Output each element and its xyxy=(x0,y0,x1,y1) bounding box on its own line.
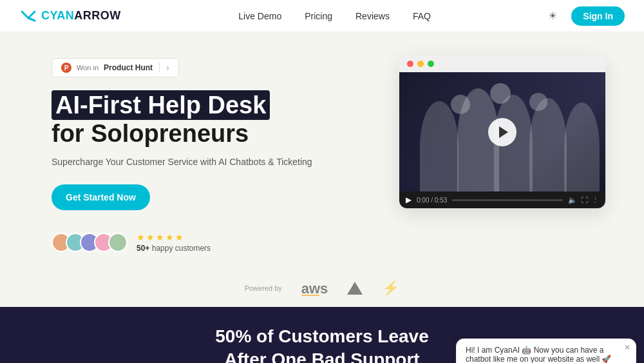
video-progress-bar[interactable] xyxy=(452,199,563,201)
hero-left: P Won in Product Hunt › AI-First Help De… xyxy=(52,52,374,253)
navbar-right: ☀ Sign In xyxy=(548,6,625,26)
get-started-button[interactable]: Get Started Now xyxy=(52,184,150,210)
customers-count: 50+ xyxy=(137,244,149,253)
aws-logo: aws xyxy=(301,280,328,296)
nav-pricing[interactable]: Pricing xyxy=(305,11,332,21)
supabase-logo: ⚡ xyxy=(382,280,399,297)
logo-icon xyxy=(19,9,37,23)
chatbot-widget: Hi! I am CyanAI 🤖 Now you can have a cha… xyxy=(456,338,636,363)
video-thumbnail[interactable] xyxy=(399,72,605,191)
navbar: CYANARROW Live Demo Pricing Reviews FAQ … xyxy=(0,0,644,32)
hero-title-line2: for Solopreneurs xyxy=(52,120,249,147)
window-dot-green xyxy=(428,61,434,67)
star-row: ★ ★ ★ ★ ★ xyxy=(137,232,211,242)
triangle-icon xyxy=(347,282,363,295)
rating-stars: ★ ★ ★ ★ ★ 50+ happy customers xyxy=(137,232,211,253)
customers-text: 50+ happy customers xyxy=(137,244,211,253)
powered-by-section: Powered by aws ⚡ xyxy=(0,271,644,307)
hero-right: ▶ 0:00 / 0:53 🔈 ⛶ ⋮ xyxy=(399,52,605,208)
video-titlebar xyxy=(399,55,605,72)
more-icon[interactable]: ⋮ xyxy=(592,196,599,204)
customers-label: happy customers xyxy=(152,244,211,253)
chat-bubble-text: Hi! I am CyanAI 🤖 Now you can have a cha… xyxy=(466,346,627,363)
person-silhouette xyxy=(564,103,600,191)
video-time: 0:00 / 0:53 xyxy=(417,197,447,204)
powered-by-label: Powered by xyxy=(245,284,282,292)
video-container: ▶ 0:00 / 0:53 🔈 ⛶ ⋮ xyxy=(399,55,605,208)
hero-title: AI-First Help Desk for Solopreneurs xyxy=(52,92,374,148)
signin-button[interactable]: Sign In xyxy=(571,6,625,26)
video-control-icons: 🔈 ⛶ ⋮ xyxy=(568,196,599,204)
chat-bubble: Hi! I am CyanAI 🤖 Now you can have a cha… xyxy=(456,338,636,363)
badge-name: Product Hunt xyxy=(104,63,153,72)
head-silhouette xyxy=(490,83,511,104)
video-play-control[interactable]: ▶ xyxy=(406,195,412,204)
bolt-icon: ⚡ xyxy=(382,280,399,297)
badge-prefix: Won in xyxy=(77,64,99,72)
dark-section: 50% of Customers Leave After One Bad Sup… xyxy=(0,307,644,363)
logo[interactable]: CYANARROW xyxy=(19,9,121,23)
ph-icon: P xyxy=(61,63,71,73)
badge-arrow-icon: › xyxy=(166,63,169,73)
logo-text: CYANARROW xyxy=(41,9,121,23)
play-button[interactable] xyxy=(488,118,516,146)
nav-live-demo[interactable]: Live Demo xyxy=(238,11,281,21)
hero-subtitle: Supercharge Your Customer Service with A… xyxy=(52,155,374,169)
nav-links: Live Demo Pricing Reviews FAQ xyxy=(238,11,431,21)
theme-toggle-icon[interactable]: ☀ xyxy=(548,10,561,23)
head-silhouette xyxy=(529,93,547,111)
window-dot-red xyxy=(407,61,413,67)
chat-close-button[interactable]: ✕ xyxy=(624,343,630,352)
customer-avatars xyxy=(52,233,128,252)
product-hunt-badge[interactable]: P Won in Product Hunt › xyxy=(52,58,179,77)
video-controls: ▶ 0:00 / 0:53 🔈 ⛶ ⋮ xyxy=(399,191,605,208)
play-triangle-icon xyxy=(499,126,508,138)
vercel-logo xyxy=(347,282,363,295)
nav-faq[interactable]: FAQ xyxy=(413,11,431,21)
person-silhouette xyxy=(529,98,567,191)
fullscreen-icon[interactable]: ⛶ xyxy=(581,196,588,204)
hero-title-highlight: AI-First Help Desk xyxy=(52,90,270,120)
avatar xyxy=(108,233,128,252)
person-silhouette xyxy=(420,101,459,191)
hero-section: P Won in Product Hunt › AI-First Help De… xyxy=(0,32,644,271)
badge-divider xyxy=(159,63,160,73)
window-dot-yellow xyxy=(417,61,424,67)
aws-text: aws xyxy=(301,280,328,297)
dark-section-title: 50% of Customers Leave After One Bad Sup… xyxy=(193,325,451,363)
mute-icon[interactable]: 🔈 xyxy=(568,196,577,204)
nav-reviews[interactable]: Reviews xyxy=(355,11,390,21)
social-proof: ★ ★ ★ ★ ★ 50+ happy customers xyxy=(52,232,374,253)
head-silhouette xyxy=(451,95,470,114)
